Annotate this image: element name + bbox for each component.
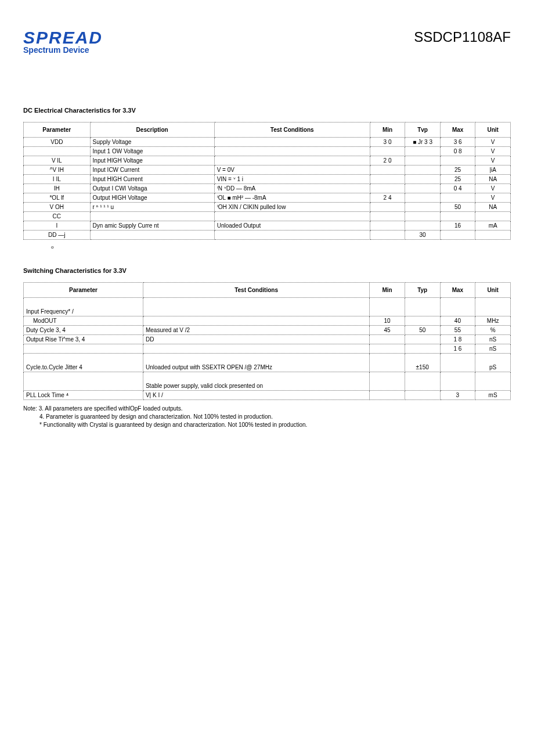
cell-max: [440, 231, 475, 240]
cell-param: V IL: [24, 156, 91, 165]
dc-table: Parameter Description Test Conditions Mi…: [23, 122, 511, 240]
cell-cond: [143, 344, 369, 354]
table-row: V ILInput HIGH Voltage2 0V: [24, 156, 511, 165]
cell-max: 3 6: [440, 138, 475, 147]
cell-typ: [405, 193, 441, 203]
cell-typ: [405, 175, 441, 184]
cell-desc: Input 1 OW Voltage: [90, 147, 214, 156]
col-parameter: Parameter: [24, 283, 143, 298]
cell-typ: 50: [405, 326, 440, 335]
col-typ: Tvp: [405, 123, 441, 138]
col-typ: Typ: [405, 283, 440, 298]
cell-min: 2 4: [370, 193, 405, 203]
cell-max: 16: [440, 221, 475, 231]
cell-unit: |iA: [475, 165, 511, 175]
cell-param: DD —j: [24, 231, 91, 240]
cell-max: [440, 212, 475, 221]
cell-unit: %: [475, 326, 511, 335]
page-header: SPREAD Spectrum Device SSDCP1108AF: [23, 29, 511, 55]
part-number: SSDCP1108AF: [414, 29, 511, 45]
cell-desc: [90, 212, 214, 221]
cell-cond: VIN = ᵛ 1 i: [214, 175, 370, 184]
cell-typ: [405, 221, 441, 231]
cell-desc: Input HIGH Voltage: [90, 156, 214, 165]
cell-unit: V: [475, 156, 511, 165]
cell-desc: Output I CWI Voltaga: [90, 184, 214, 193]
table-row: ModOUT1040MHz: [24, 316, 511, 326]
cell-unit: [475, 372, 511, 391]
cell-typ: [405, 344, 440, 354]
cell-unit: [475, 231, 511, 240]
cell-cond: [143, 316, 369, 326]
cell-min: [370, 372, 405, 391]
cell-max: [440, 372, 475, 391]
cell-typ: [405, 147, 441, 156]
cell-typ: [405, 335, 440, 344]
cell-min: [370, 203, 405, 212]
cell-typ: [405, 156, 441, 165]
cell-typ: [405, 316, 440, 326]
table-row: Input 1 OW Voltage0 8V: [24, 147, 511, 156]
table-row: I ILInput HIGH CurrentVIN = ᵛ 1 i25NA: [24, 175, 511, 184]
col-min: Min: [370, 283, 405, 298]
cell-typ: [405, 203, 441, 212]
note-3: Note: 3. All parameters are specified wi…: [23, 405, 183, 412]
cell-param: IH: [24, 184, 91, 193]
col-max: Max: [440, 123, 475, 138]
dc-section-title: DC Electrical Characteristics for 3.3V: [23, 107, 511, 114]
cell-cond: [214, 138, 370, 147]
cell-min: 2 0: [370, 156, 405, 165]
cell-unit: V: [475, 147, 511, 156]
cell-max: 3: [440, 391, 475, 400]
cell-min: [370, 212, 405, 221]
table-row: ^V IHInput ICW CurrentV = 0V25|iA: [24, 165, 511, 175]
table-row: PLL Lock Time ⁴V| K I / 3mS: [24, 391, 511, 400]
cell-cond: [214, 156, 370, 165]
cell-cond: DD: [143, 335, 369, 344]
cell-unit: [475, 298, 511, 316]
cell-unit: pS: [475, 354, 511, 372]
cell-param: PLL Lock Time ⁴: [24, 391, 143, 400]
table-row: 1 6nS: [24, 344, 511, 354]
cell-max: 0 4: [440, 184, 475, 193]
cell-min: 3 0: [370, 138, 405, 147]
cell-max: 25: [440, 175, 475, 184]
cell-cond: V = 0V: [214, 165, 370, 175]
cell-unit: V: [475, 193, 511, 203]
cell-max: 55: [440, 326, 475, 335]
cell-typ: ■ Jr 3 3: [405, 138, 441, 147]
table-row: DD —j30: [24, 231, 511, 240]
col-unit: Unit: [475, 123, 511, 138]
cell-desc: Input HIGH Current: [90, 175, 214, 184]
cell-cond: [214, 212, 370, 221]
col-test-conditions: Test Conditions: [214, 123, 370, 138]
cell-desc: Supply Voltage: [90, 138, 214, 147]
col-test-conditions: Test Conditions: [143, 283, 369, 298]
cell-min: [370, 165, 405, 175]
table-row: IHOutput I CWI VoltagaᴵN ᵛDD — 8mA0 4V: [24, 184, 511, 193]
cell-param: VDD: [24, 138, 91, 147]
col-min: Min: [370, 123, 405, 138]
cell-cond: ᴵOL ■ mH² — -8mA: [214, 193, 370, 203]
cell-min: [370, 354, 405, 372]
cell-unit: nS: [475, 335, 511, 344]
cell-param: I: [24, 221, 91, 231]
dc-header-row: Parameter Description Test Conditions Mi…: [24, 123, 511, 138]
table-row: IDyn amic Supply Curre ntUnloaded Output…: [24, 221, 511, 231]
cell-min: [370, 391, 405, 400]
cell-max: 40: [440, 316, 475, 326]
cell-unit: [475, 212, 511, 221]
cell-desc: r ⁿ ¹ ¹ ¹ u: [90, 203, 214, 212]
table-row: Duty Cycle 3, 4Measured at V /2455055%: [24, 326, 511, 335]
cell-max: [440, 193, 475, 203]
cell-param: I IL: [24, 175, 91, 184]
cell-param: Cycle.to.Cycle Jitter 4: [24, 354, 143, 372]
sw-header-row: Parameter Test Conditions Min Typ Max Un…: [24, 283, 511, 298]
cell-desc: Input ICW Current: [90, 165, 214, 175]
cell-param: CC: [24, 212, 91, 221]
table-row: VDDSupply Voltage3 0■ Jr 3 33 6V: [24, 138, 511, 147]
sw-section-title: Switching Characteristics for 3.3V: [23, 267, 511, 274]
cell-min: 10: [370, 316, 405, 326]
cell-param: ^V IH: [24, 165, 91, 175]
cell-param: Input Frequency* /: [24, 298, 143, 316]
